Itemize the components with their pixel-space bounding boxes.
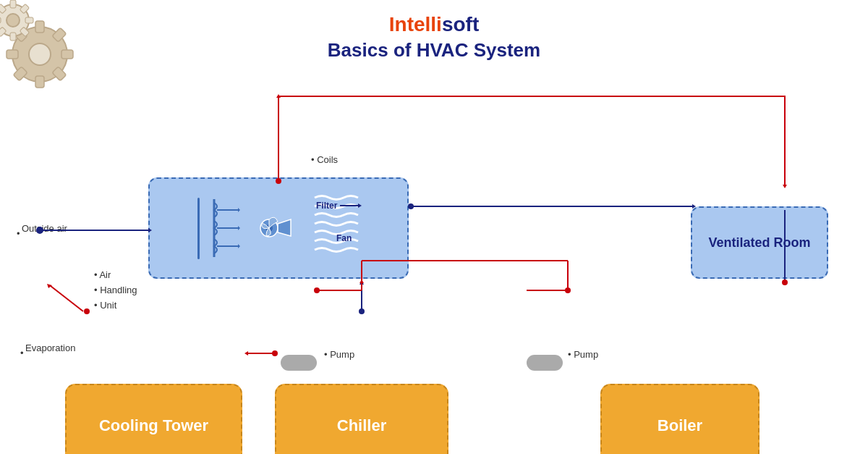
evaporation-label: Evaporation (25, 342, 75, 353)
boiler-box: Boiler (600, 384, 760, 454)
boiler-label: Boiler (658, 416, 702, 435)
svg-rect-13 (10, 33, 16, 41)
filter-label-inside: Filter (316, 201, 362, 211)
svg-point-11 (7, 14, 20, 27)
svg-rect-12 (10, 0, 16, 8)
brand-logo: Intellisoft (0, 13, 868, 36)
svg-rect-14 (25, 17, 33, 23)
air-flow-visual (213, 196, 240, 261)
svg-rect-5 (7, 50, 18, 59)
coils-label: • Coils (311, 154, 338, 165)
outside-air-label: Outside air (22, 223, 67, 234)
cooling-tower-label: Cooling Tower (99, 416, 208, 435)
pump2-label: • Pump (568, 349, 598, 360)
brand-soft: soft (442, 13, 479, 35)
pump2-visual (527, 355, 563, 371)
brand-intelli: Intelli (389, 13, 442, 35)
fan-visual (253, 203, 293, 253)
hvac-diagram: Filter Fan • Air • Handling • Unit (0, 72, 868, 454)
ventilated-room-box: Ventilated Room (691, 206, 828, 279)
svg-rect-15 (0, 17, 1, 23)
chiller-label: Chiller (337, 416, 386, 435)
svg-marker-23 (238, 226, 240, 230)
ahu-box: Filter Fan (148, 177, 409, 279)
filter-arrow (340, 201, 362, 210)
filter-visual (195, 198, 202, 259)
svg-marker-30 (358, 203, 362, 208)
svg-rect-2 (35, 21, 44, 33)
page-title: Basics of HVAC System (0, 39, 868, 62)
ventilated-room-label: Ventilated Room (708, 235, 810, 251)
svg-point-1 (29, 43, 51, 65)
svg-marker-21 (238, 208, 240, 212)
svg-marker-25 (238, 244, 240, 248)
svg-rect-4 (61, 50, 73, 59)
pump1-label: • Pump (324, 349, 354, 360)
fan-label-inside: Fan (336, 233, 352, 243)
pump1-visual (281, 355, 317, 371)
fan-svg (253, 209, 293, 248)
ahu-label: • Air • Handling • Unit (94, 268, 137, 313)
cooling-tower-box: Cooling Tower (65, 384, 242, 454)
header: Intellisoft Basics of HVAC System (0, 0, 868, 62)
filter-bars (213, 196, 240, 261)
chiller-box: Chiller (275, 384, 448, 454)
